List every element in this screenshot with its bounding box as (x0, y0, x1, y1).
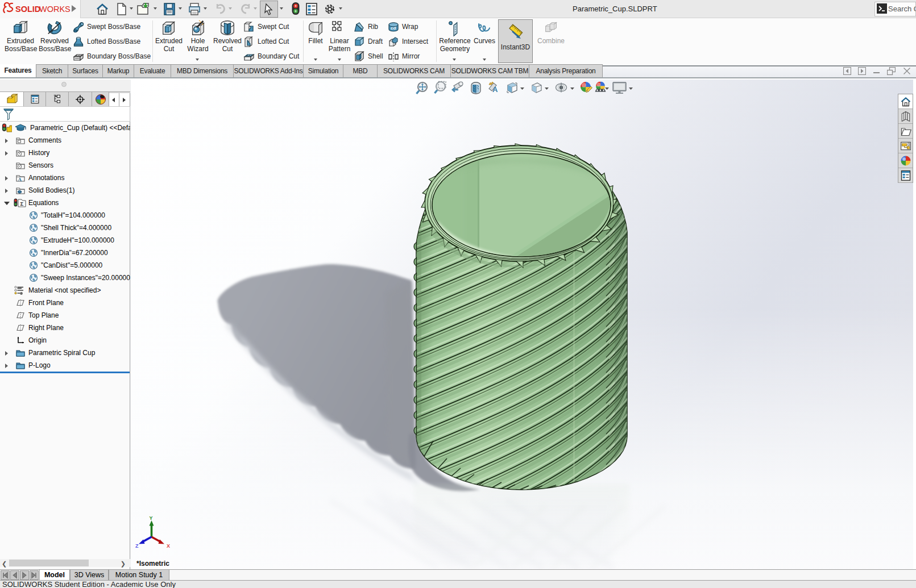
svg-text:SOLID: SOLID (15, 5, 40, 14)
svg-text:Σ: Σ (20, 201, 24, 207)
svg-text:Z: Z (135, 543, 139, 549)
svg-text:A: A (18, 177, 22, 182)
svg-text:X: X (167, 543, 170, 549)
svg-text:A: A (492, 85, 498, 94)
svg-text:cd: cd (391, 25, 396, 30)
svg-text:Y: Y (150, 516, 153, 521)
svg-text:WORKS: WORKS (39, 5, 71, 14)
